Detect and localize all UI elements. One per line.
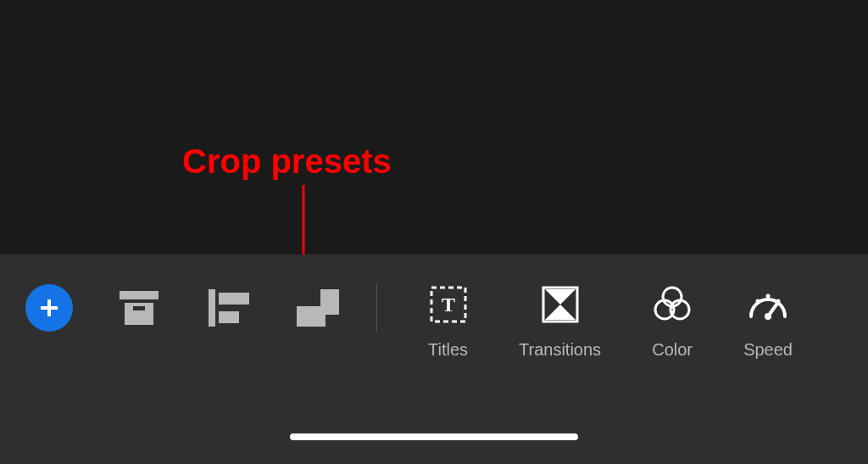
crop-presets-icon (297, 289, 341, 327)
svg-rect-8 (219, 293, 249, 305)
svg-rect-4 (120, 291, 159, 299)
speed-icon (746, 286, 790, 323)
bottom-toolbar: T Titles Transitions (0, 254, 868, 464)
svg-point-24 (765, 313, 771, 320)
home-indicator[interactable] (290, 433, 578, 440)
crop-presets-annotation: Crop presets (182, 143, 392, 181)
svg-marker-16 (545, 305, 576, 320)
svg-point-20 (756, 299, 760, 304)
svg-rect-6 (133, 306, 145, 310)
color-label: Color (652, 340, 693, 360)
toolbar-separator (376, 284, 377, 332)
align-left-button[interactable] (205, 284, 253, 332)
svg-marker-15 (545, 289, 576, 305)
speed-label: Speed (743, 340, 793, 360)
titles-icon: T (430, 286, 467, 323)
svg-point-21 (766, 294, 771, 299)
transitions-label: Transitions (519, 340, 601, 360)
color-icon (652, 284, 693, 325)
titles-button[interactable]: T Titles (428, 284, 468, 360)
titles-label: Titles (428, 340, 468, 360)
transitions-icon (542, 286, 579, 323)
svg-rect-7 (209, 289, 215, 327)
toolbar-left-group (25, 284, 342, 332)
svg-rect-5 (125, 303, 153, 325)
svg-rect-11 (297, 306, 326, 327)
preview-area (0, 0, 868, 254)
toolbar-right-group: T Titles Transitions (428, 284, 793, 360)
color-button[interactable]: Color (652, 284, 693, 360)
svg-rect-9 (219, 311, 239, 323)
svg-point-22 (776, 299, 781, 304)
transitions-button[interactable]: Transitions (519, 284, 601, 360)
add-button[interactable] (25, 284, 73, 332)
plus-icon (36, 294, 63, 321)
svg-text:T: T (442, 293, 455, 316)
align-left-icon (209, 289, 249, 327)
archive-button[interactable] (115, 284, 163, 332)
speed-button[interactable]: Speed (743, 284, 793, 360)
crop-presets-button[interactable] (295, 284, 342, 332)
archive-icon (118, 289, 160, 327)
